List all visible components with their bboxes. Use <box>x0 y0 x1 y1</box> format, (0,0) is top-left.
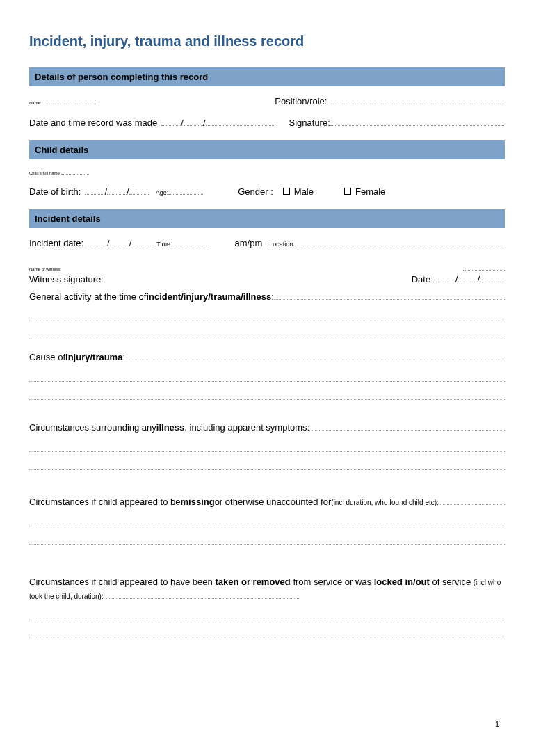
label-gender: Gender : <box>238 186 273 197</box>
field-signature[interactable] <box>330 118 504 126</box>
label-witness-date: Date: <box>412 274 433 284</box>
label-missing-paren: (incl duration, who found child etc) <box>331 499 437 506</box>
field-dob-month[interactable] <box>107 186 127 195</box>
label-cause-bold: injury/trauma <box>65 352 122 362</box>
field-child-fullname[interactable] <box>61 169 89 175</box>
label-female: Female <box>355 186 385 197</box>
label-male: Male <box>294 186 314 197</box>
field-incident-day[interactable] <box>88 238 107 246</box>
page-title: Incident, injury, trauma and illness rec… <box>29 33 505 49</box>
field-dob-year[interactable] <box>129 186 149 195</box>
checkbox-female[interactable] <box>344 188 351 195</box>
label-cause-prefix: Cause of <box>29 352 65 362</box>
label-taken-mid: from service or was <box>293 577 373 587</box>
field-witness-month[interactable] <box>458 274 477 282</box>
label-illness-prefix: Circumstances surrounding any <box>29 422 156 433</box>
label-taken-bold2: locked in/out <box>374 577 430 587</box>
label-missing-prefix: Circumstances if child appeared to be <box>29 497 181 507</box>
label-incident-date: Incident date: <box>29 238 83 248</box>
field-record-month[interactable] <box>184 118 203 126</box>
checkbox-male[interactable] <box>283 188 290 195</box>
section-header-incident: Incident details <box>29 209 505 228</box>
label-signature: Signature: <box>289 118 330 128</box>
page-number: 1 <box>495 720 499 728</box>
field-activity-lines[interactable] <box>29 303 505 339</box>
field-cause-inline[interactable] <box>125 352 505 360</box>
field-witness-day[interactable] <box>436 274 455 282</box>
label-dob: Date of birth: <box>29 186 81 197</box>
field-taken-lines[interactable] <box>29 602 505 638</box>
field-dob-day[interactable] <box>85 186 104 195</box>
label-incident-time: Time: <box>156 241 172 248</box>
field-illness-lines[interactable] <box>29 434 505 470</box>
label-child-fullname: Child's full name: <box>29 171 61 175</box>
field-incident-year[interactable] <box>131 238 151 246</box>
field-position[interactable] <box>327 96 505 104</box>
label-location: Location: <box>269 241 295 248</box>
field-missing-inline[interactable] <box>439 497 505 505</box>
field-extra[interactable] <box>463 262 505 271</box>
field-record-day[interactable] <box>161 118 181 126</box>
field-location[interactable] <box>295 238 505 246</box>
label-witness-name: Name of witness: <box>29 267 61 271</box>
section-header-child: Child details <box>29 140 505 159</box>
field-missing-lines[interactable] <box>29 508 505 545</box>
label-age: Age: <box>156 189 169 196</box>
field-record-year[interactable] <box>206 118 275 126</box>
label-taken-suffix: of service <box>432 577 474 587</box>
label-position: Position/role: <box>275 96 327 106</box>
label-ampm: am/pm <box>234 238 262 248</box>
field-incident-time[interactable] <box>172 238 207 246</box>
label-illness-suffix: , including apparent symptoms: <box>184 422 309 433</box>
label-activity-prefix: General activity at the time of <box>29 291 146 302</box>
field-activity-inline[interactable] <box>274 291 505 300</box>
label-name: Name: <box>29 101 42 105</box>
field-age[interactable] <box>168 186 203 195</box>
label-taken-prefix: Circumstances if child appeared to have … <box>29 577 215 587</box>
field-taken-inline[interactable] <box>106 592 300 599</box>
field-cause-lines[interactable] <box>29 364 505 400</box>
label-witness-sig: Witness signature: <box>29 274 104 284</box>
field-illness-inline[interactable] <box>309 422 505 431</box>
label-illness-bold: illness <box>156 422 184 433</box>
field-incident-month[interactable] <box>110 238 129 246</box>
label-missing-suffix: or otherwise unaccounted for <box>215 497 332 507</box>
label-activity-bold: incident/injury/trauma/illness <box>146 291 271 302</box>
label-missing-bold: missing <box>181 497 215 507</box>
field-name[interactable] <box>42 96 97 104</box>
label-taken-bold1: taken or removed <box>215 577 290 587</box>
section-header-person: Details of person completing this record <box>29 67 505 86</box>
label-datetime: Date and time record was made <box>29 118 157 128</box>
field-witness-year[interactable] <box>480 274 505 282</box>
